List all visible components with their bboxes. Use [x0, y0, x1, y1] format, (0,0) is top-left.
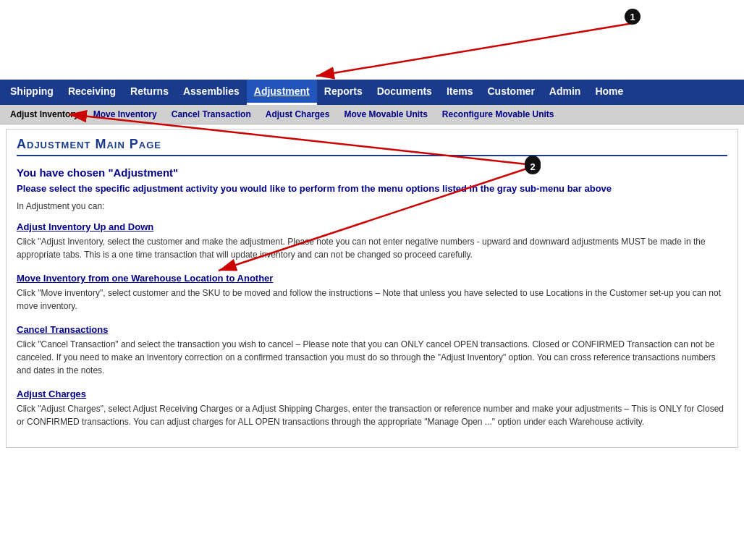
- nav-home[interactable]: Home: [588, 80, 630, 105]
- section-desc-adjust-inventory: Click "Adjust Inventory, select the cust…: [17, 235, 727, 261]
- nav-assemblies[interactable]: Assemblies: [176, 80, 247, 105]
- subnav-adjust-charges[interactable]: Adjust Charges: [258, 105, 337, 124]
- section-title-adjust-charges[interactable]: Adjust Charges: [17, 389, 727, 399]
- nav-items[interactable]: Items: [439, 80, 481, 105]
- nav-adjustment[interactable]: Adjustment: [247, 80, 317, 105]
- subnav-move-movable-units[interactable]: Move Movable Units: [337, 105, 434, 124]
- section-title-adjust-inventory[interactable]: Adjust Inventory Up and Down: [17, 221, 727, 232]
- badge-2: 2: [525, 158, 541, 174]
- subnav-reconfigure-movable-units[interactable]: Reconfigure Movable Units: [435, 105, 562, 124]
- sub-heading: Please select the specific adjustment ac…: [17, 183, 727, 194]
- badge-1: 1: [625, 9, 641, 25]
- main-heading: You have chosen "Adjustment": [17, 166, 727, 179]
- section-desc-move-inventory: Click "Move inventory", select customer …: [17, 287, 727, 313]
- arrow1: [316, 23, 633, 76]
- section-title-cancel-transactions[interactable]: Cancel Transactions: [17, 324, 727, 335]
- nav-documents[interactable]: Documents: [370, 80, 439, 105]
- section-adjust-inventory: Adjust Inventory Up and Down Click "Adju…: [17, 221, 727, 261]
- subnav-cancel-transaction[interactable]: Cancel Transaction: [164, 105, 258, 124]
- page-content: Adjustment Main Page You have chosen "Ad…: [6, 129, 738, 448]
- nav-receiving[interactable]: Receiving: [61, 80, 123, 105]
- section-adjust-charges: Adjust Charges Click "Adjust Charges", s…: [17, 389, 727, 428]
- intro-text: In Adjustment you can:: [17, 201, 727, 211]
- section-cancel-transactions: Cancel Transactions Click "Cancel Transa…: [17, 324, 727, 377]
- section-desc-cancel-transactions: Click "Cancel Transaction" and select th…: [17, 338, 727, 377]
- section-move-inventory: Move Inventory from one Warehouse Locati…: [17, 273, 727, 313]
- annotation-area: 1 2: [0, 0, 744, 72]
- nav-customer[interactable]: Customer: [480, 80, 541, 105]
- section-title-move-inventory[interactable]: Move Inventory from one Warehouse Locati…: [17, 273, 727, 284]
- nav-admin[interactable]: Admin: [542, 80, 588, 105]
- nav-reports[interactable]: Reports: [317, 80, 370, 105]
- section-desc-adjust-charges: Click "Adjust Charges", select Adjust Re…: [17, 402, 727, 428]
- sub-nav: Adjust Inventory Move Inventory Cancel T…: [0, 105, 744, 124]
- nav-returns[interactable]: Returns: [123, 80, 176, 105]
- main-nav: Shipping Receiving Returns Assemblies Ad…: [0, 80, 744, 105]
- nav-shipping[interactable]: Shipping: [3, 80, 61, 105]
